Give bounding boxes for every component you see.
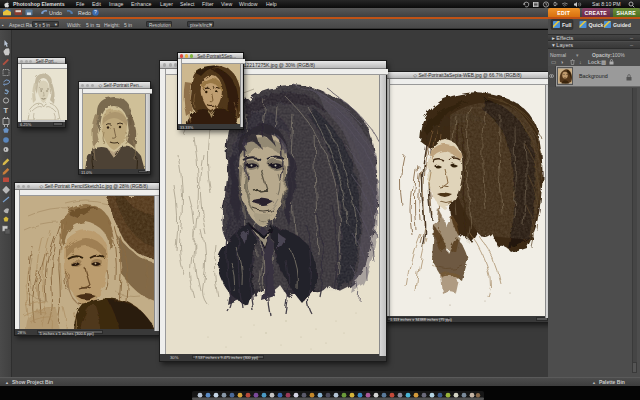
svg-text:Quick: Quick <box>589 22 604 28</box>
svg-text:?: ? <box>94 9 97 15</box>
svg-text:Guided: Guided <box>613 22 631 28</box>
svg-text:T: T <box>3 106 8 115</box>
svg-text:Full: Full <box>562 22 572 28</box>
